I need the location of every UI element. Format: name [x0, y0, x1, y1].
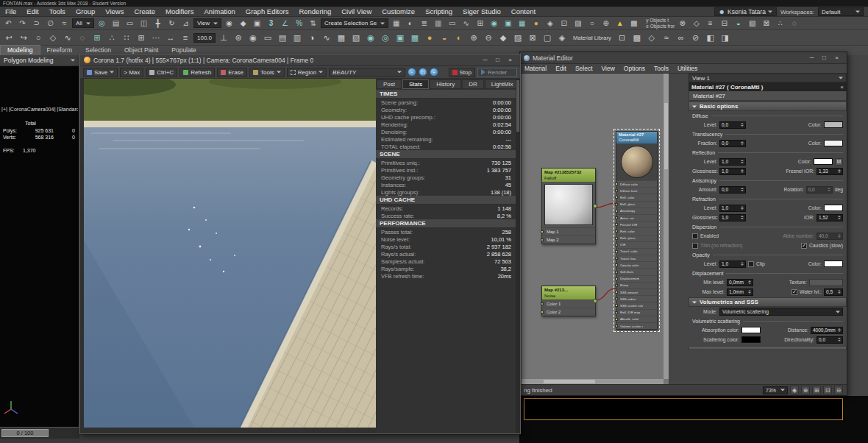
spinner-arrows-icon[interactable]: [741, 160, 744, 163]
slot-socket-icon[interactable]: [615, 263, 618, 266]
edit-named-selections-icon[interactable]: ▦: [390, 18, 402, 29]
scattering-color-swatch[interactable]: [741, 336, 761, 343]
slot-socket-icon[interactable]: [615, 277, 618, 280]
directionality-spinner[interactable]: 0,0: [817, 336, 843, 344]
slot-socket-icon[interactable]: [615, 250, 618, 253]
node-slot[interactable]: Aniso. rot.: [616, 214, 657, 221]
quick-align-icon[interactable]: ≡: [179, 32, 192, 44]
distance-spinner[interactable]: 4000,0mm: [811, 327, 843, 334]
render-iterative-icon[interactable]: ◒: [438, 32, 451, 44]
water-level-spinner[interactable]: 0,5: [824, 288, 843, 296]
tab-stats[interactable]: Stats: [402, 79, 429, 89]
slot-socket-icon[interactable]: [541, 311, 544, 313]
zoom-extents-icon[interactable]: ⊡: [823, 386, 832, 394]
node-slot[interactable]: Color 1: [542, 300, 595, 308]
node-output-socket[interactable]: [593, 204, 597, 208]
select-object-icon[interactable]: ◎: [96, 18, 108, 29]
slot-socket-icon[interactable]: [615, 210, 618, 213]
rollout-basic-options[interactable]: Basic options: [689, 102, 847, 111]
toolbar-icon[interactable]: ▢: [541, 32, 554, 44]
erase-button[interactable]: Erase: [217, 68, 247, 77]
compact-material-editor-icon[interactable]: ◎: [379, 32, 392, 44]
max-level-spinner[interactable]: 1,0mm: [727, 288, 753, 296]
tab-post[interactable]: Post: [377, 79, 402, 89]
unlink-selection-icon[interactable]: ∅: [44, 18, 57, 29]
menu-item[interactable]: Utilities: [673, 63, 702, 74]
bind-to-space-warp-icon[interactable]: ≈: [58, 18, 71, 29]
scrollbar-thumb[interactable]: [544, 380, 595, 383]
slot-socket-icon[interactable]: [615, 297, 618, 300]
slot-socket-icon[interactable]: [541, 230, 544, 233]
menu-item[interactable]: Animation: [199, 7, 241, 17]
normal-align-icon[interactable]: ⊥: [217, 32, 230, 44]
toolbar-icon[interactable]: ▩: [630, 32, 644, 44]
node-header[interactable]: Map #2138525732 Falloff: [542, 169, 595, 182]
node-slot[interactable]: Map 1: [542, 227, 595, 235]
slot-socket-icon[interactable]: [615, 271, 618, 274]
toolbar-icon[interactable]: ◈: [555, 32, 569, 44]
pan-icon[interactable]: ◈: [790, 386, 799, 394]
mirror-icon[interactable]: ◐: [404, 18, 416, 29]
slot-socket-icon[interactable]: [615, 311, 618, 314]
toolbar-icon[interactable]: ∞: [675, 32, 688, 44]
main-viewport[interactable]: [+] [CoronaCamera004] [Standard.. Total …: [0, 66, 79, 427]
node-falloff[interactable]: Map #2138525732 Falloff Map 1 Map 2: [541, 168, 596, 244]
toolbar-icon[interactable]: ◧: [704, 32, 717, 44]
selection-region-circle-icon[interactable]: ○: [32, 32, 45, 44]
refresh-button[interactable]: Refresh: [179, 68, 215, 77]
spinner-arrows-icon[interactable]: [741, 216, 744, 219]
view-redo-icon[interactable]: ↪: [17, 32, 30, 44]
node-slot[interactable]: Diffuse color: [616, 180, 657, 187]
toolbar-icon[interactable]: ◇: [645, 32, 658, 44]
node-slot[interactable]: SSS radius: [616, 295, 657, 302]
opacity-level-spinner[interactable]: 1,0: [719, 261, 746, 268]
selection-region-paint-icon[interactable]: ◌: [76, 32, 89, 44]
texture-button[interactable]: [809, 279, 843, 286]
menu-item[interactable]: Edit: [551, 63, 571, 74]
toolbar-icon[interactable]: ⊟: [718, 18, 730, 29]
node-slot[interactable]: Anisotropy: [616, 208, 657, 214]
stop-button[interactable]: Stop: [449, 68, 475, 77]
translucency-color-swatch[interactable]: [824, 140, 843, 146]
motion-mixer-icon[interactable]: ▧: [349, 32, 363, 44]
absorption-color-swatch[interactable]: [741, 327, 761, 333]
toolbar-icon[interactable]: ▨: [572, 18, 584, 29]
node-slot[interactable]: Fresnel IOR: [616, 221, 657, 227]
node-slot[interactable]: IOR: [616, 241, 657, 248]
fresnel-ior-spinner[interactable]: 1,33: [817, 168, 843, 175]
undo-icon[interactable]: ↶: [2, 18, 15, 29]
isolate-selection-icon[interactable]: ◉: [246, 32, 260, 44]
slot-socket-icon[interactable]: [541, 238, 544, 241]
use-pivot-point-icon[interactable]: ◉: [223, 18, 235, 29]
reference-coordinate-dropdown[interactable]: View: [193, 18, 221, 28]
polygon-modeling-panel-header[interactable]: Polygon Modeling: [0, 55, 79, 66]
place-highlight-icon[interactable]: ⊛: [232, 32, 245, 44]
toolbar-icon[interactable]: ≈: [660, 32, 673, 44]
window-crossing-icon[interactable]: ◫: [138, 18, 150, 29]
slot-socket-icon[interactable]: [615, 189, 618, 192]
menu-item[interactable]: Group: [71, 7, 100, 17]
ior-spinner[interactable]: 1,52: [817, 214, 843, 222]
node-slot[interactable]: Absorb. color: [616, 316, 657, 322]
node-editor-canvas[interactable]: Map #2138525732 Falloff Map 1 Map 2: [522, 74, 669, 384]
slot-socket-icon[interactable]: [615, 223, 618, 226]
zoom-in-icon[interactable]: +: [430, 68, 438, 77]
render-production-icon[interactable]: ●: [423, 32, 436, 44]
node-slot[interactable]: SSS amount: [616, 288, 657, 295]
display-floater-icon[interactable]: ▭: [261, 32, 274, 44]
zoom-reset-icon[interactable]: 1:1: [419, 68, 427, 77]
material-editor-title-bar[interactable]: Material Editor ─ □ ×: [520, 52, 847, 64]
node-slot[interactable]: Refl. color: [616, 194, 657, 200]
menu-item[interactable]: Tools: [44, 7, 71, 17]
spinner-arrows-icon[interactable]: [838, 290, 841, 294]
clip-checkbox[interactable]: [748, 261, 754, 267]
scrollbar-thumb[interactable]: [516, 80, 519, 132]
abbe-number-spinner[interactable]: 40,0: [817, 233, 843, 240]
toolbar-icon[interactable]: ◨: [719, 32, 732, 44]
menu-item[interactable]: Graph Editors: [241, 7, 294, 17]
node-slot[interactable]: Transl. frac.: [616, 255, 657, 261]
spinner-arrows-icon[interactable]: [828, 188, 830, 191]
slate-material-editor-icon[interactable]: ◉: [364, 32, 377, 44]
slot-socket-icon[interactable]: [541, 302, 544, 305]
toolbar-icon[interactable]: ∴: [774, 18, 786, 29]
